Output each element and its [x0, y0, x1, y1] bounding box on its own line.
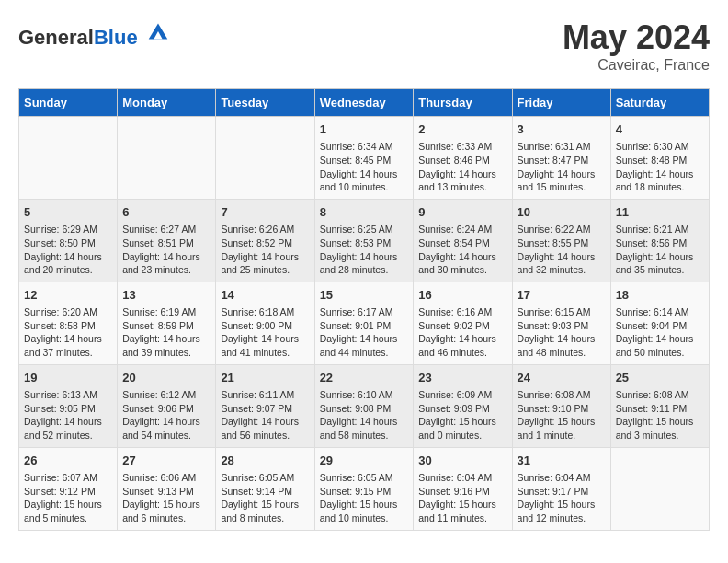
day-number: 28 [221, 453, 309, 469]
cell-text: Daylight: 15 hours [518, 415, 606, 429]
day-number: 13 [122, 287, 210, 304]
cell-text: and 37 minutes. [24, 346, 112, 360]
cell-text: and 54 minutes. [122, 429, 210, 442]
cell-text: and 11 minutes. [418, 511, 506, 525]
cell-text: Daylight: 14 hours [24, 332, 112, 346]
day-number: 2 [418, 121, 506, 138]
cell-text: Sunset: 9:12 PM [24, 485, 112, 499]
calendar-cell: 16Sunrise: 6:16 AMSunset: 9:02 PMDayligh… [414, 282, 512, 364]
cell-text: Daylight: 14 hours [616, 332, 704, 346]
calendar-cell: 30Sunrise: 6:04 AMSunset: 9:16 PMDayligh… [414, 447, 512, 530]
logo: GeneralBlue [18, 18, 171, 49]
cell-text: Sunrise: 6:08 AM [616, 388, 704, 402]
day-number: 22 [320, 370, 409, 386]
month-title: May 2024 [563, 18, 710, 57]
day-number: 26 [24, 453, 112, 469]
cell-text: Daylight: 14 hours [221, 415, 309, 429]
cell-text: Daylight: 15 hours [418, 498, 506, 511]
cell-text: Sunrise: 6:19 AM [122, 305, 210, 319]
calendar-cell: 17Sunrise: 6:15 AMSunset: 9:03 PMDayligh… [512, 282, 610, 364]
cell-text: and 10 minutes. [320, 511, 409, 525]
calendar-cell: 18Sunrise: 6:14 AMSunset: 9:04 PMDayligh… [610, 282, 709, 364]
cell-text: and 25 minutes. [221, 263, 309, 277]
calendar-cell: 13Sunrise: 6:19 AMSunset: 8:59 PMDayligh… [118, 282, 216, 364]
cell-text: and 6 minutes. [122, 511, 210, 525]
cell-text: Sunset: 8:54 PM [418, 236, 506, 250]
weekday-header-tuesday: Tuesday [216, 89, 314, 117]
cell-text: Sunrise: 6:13 AM [24, 388, 112, 402]
cell-text: Sunrise: 6:21 AM [616, 223, 704, 236]
cell-text: Sunrise: 6:22 AM [518, 223, 606, 236]
cell-text: Sunrise: 6:12 AM [122, 388, 210, 402]
cell-text: and 41 minutes. [221, 346, 309, 360]
calendar-cell: 28Sunrise: 6:05 AMSunset: 9:14 PMDayligh… [216, 447, 314, 530]
day-number: 14 [221, 287, 309, 304]
cell-text: Daylight: 15 hours [518, 498, 606, 511]
calendar-cell: 4Sunrise: 6:30 AMSunset: 8:48 PMDaylight… [610, 117, 709, 200]
day-number: 15 [320, 287, 409, 304]
calendar-cell: 21Sunrise: 6:11 AMSunset: 9:07 PMDayligh… [216, 364, 314, 447]
calendar-cell [610, 447, 709, 530]
calendar-cell: 22Sunrise: 6:10 AMSunset: 9:08 PMDayligh… [314, 364, 414, 447]
cell-text: and 35 minutes. [616, 263, 704, 277]
week-row-5: 26Sunrise: 6:07 AMSunset: 9:12 PMDayligh… [19, 447, 710, 530]
weekday-header-thursday: Thursday [414, 89, 512, 117]
cell-text: and 32 minutes. [518, 263, 606, 277]
calendar-cell: 12Sunrise: 6:20 AMSunset: 8:58 PMDayligh… [19, 282, 118, 364]
day-number: 1 [320, 121, 409, 138]
cell-text: Sunset: 8:52 PM [221, 236, 309, 250]
cell-text: Sunset: 8:45 PM [320, 154, 409, 167]
cell-text: Sunrise: 6:14 AM [616, 305, 704, 319]
calendar-cell: 5Sunrise: 6:29 AMSunset: 8:50 PMDaylight… [19, 199, 118, 282]
day-number: 3 [518, 121, 606, 138]
cell-text: Sunset: 9:14 PM [221, 485, 309, 499]
weekday-header-sunday: Sunday [19, 89, 118, 117]
cell-text: Sunset: 8:46 PM [418, 154, 506, 167]
cell-text: Daylight: 14 hours [616, 167, 704, 181]
day-number: 24 [518, 370, 606, 386]
cell-text: Sunrise: 6:05 AM [320, 471, 409, 485]
cell-text: Daylight: 14 hours [616, 250, 704, 264]
cell-text: Sunrise: 6:07 AM [24, 471, 112, 485]
cell-text: Daylight: 14 hours [418, 332, 506, 346]
cell-text: and 58 minutes. [320, 429, 409, 442]
cell-text: Daylight: 14 hours [122, 332, 210, 346]
cell-text: Daylight: 14 hours [320, 167, 409, 181]
calendar-cell [19, 117, 118, 200]
cell-text: Sunset: 9:16 PM [418, 485, 506, 499]
cell-text: Sunrise: 6:34 AM [320, 140, 409, 154]
calendar-cell: 29Sunrise: 6:05 AMSunset: 9:15 PMDayligh… [314, 447, 414, 530]
calendar-cell: 8Sunrise: 6:25 AMSunset: 8:53 PMDaylight… [314, 199, 414, 282]
cell-text: Sunset: 8:58 PM [24, 319, 112, 333]
cell-text: and 30 minutes. [418, 263, 506, 277]
cell-text: Sunset: 9:15 PM [320, 485, 409, 499]
cell-text: Sunset: 9:17 PM [518, 485, 606, 499]
cell-text: Daylight: 14 hours [221, 250, 309, 264]
calendar-cell: 23Sunrise: 6:09 AMSunset: 9:09 PMDayligh… [414, 364, 512, 447]
calendar-cell: 14Sunrise: 6:18 AMSunset: 9:00 PMDayligh… [216, 282, 314, 364]
calendar-cell: 10Sunrise: 6:22 AMSunset: 8:55 PMDayligh… [512, 199, 610, 282]
cell-text: and 10 minutes. [320, 180, 409, 194]
cell-text: Sunset: 9:06 PM [122, 402, 210, 416]
cell-text: Sunset: 9:04 PM [616, 319, 704, 333]
calendar-cell [118, 117, 216, 200]
day-number: 7 [221, 204, 309, 221]
cell-text: Sunset: 9:05 PM [24, 402, 112, 416]
cell-text: Sunset: 8:53 PM [320, 236, 409, 250]
cell-text: Daylight: 14 hours [518, 250, 606, 264]
cell-text: and 8 minutes. [221, 511, 309, 525]
cell-text: Daylight: 14 hours [518, 167, 606, 181]
day-number: 30 [418, 453, 506, 469]
cell-text: Sunrise: 6:33 AM [418, 140, 506, 154]
cell-text: Daylight: 15 hours [320, 498, 409, 511]
cell-text: Sunrise: 6:09 AM [418, 388, 506, 402]
cell-text: Sunset: 9:13 PM [122, 485, 210, 499]
cell-text: Sunset: 9:03 PM [518, 319, 606, 333]
day-number: 6 [122, 204, 210, 221]
cell-text: and 12 minutes. [518, 511, 606, 525]
cell-text: and 18 minutes. [616, 180, 704, 194]
cell-text: Daylight: 14 hours [221, 332, 309, 346]
page-header: GeneralBlue May 2024 Caveirac, France [18, 18, 710, 74]
cell-text: Sunrise: 6:15 AM [518, 305, 606, 319]
cell-text: and 23 minutes. [122, 263, 210, 277]
